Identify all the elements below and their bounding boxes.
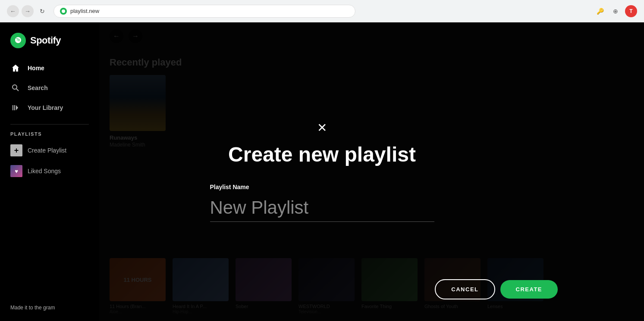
svg-rect-4 (14, 105, 15, 110)
home-icon (10, 63, 21, 73)
modal-form: Playlist Name (193, 184, 452, 222)
svg-rect-3 (13, 105, 13, 110)
search-label: Search (28, 84, 48, 91)
home-label: Home (28, 65, 44, 72)
sidebar-footer: Made it to the gram (0, 305, 99, 311)
svg-point-0 (62, 9, 65, 13)
key-icon-button[interactable]: 🔑 (594, 5, 606, 17)
modal-action-buttons: CANCEL CREATE (435, 279, 558, 299)
create-button[interactable]: CREATE (500, 280, 558, 299)
search-icon (10, 83, 21, 93)
footer-text: Made it to the gram (10, 305, 55, 311)
liked-songs-label: Liked Songs (28, 168, 61, 175)
spotify-app: Spotify Home Search Your Library (0, 22, 644, 321)
create-playlist-icon: + (10, 144, 22, 156)
sidebar-item-library[interactable]: Your Library (3, 98, 96, 117)
address-bar[interactable]: playlist.new (53, 5, 355, 18)
spotify-logo-icon (10, 33, 26, 48)
back-button[interactable]: ← (7, 5, 19, 17)
sidebar-item-create-playlist[interactable]: + Create Playlist (0, 140, 99, 161)
playlist-name-input[interactable] (210, 194, 434, 222)
sidebar-item-search[interactable]: Search (3, 78, 96, 97)
sidebar: Spotify Home Search Your Library (0, 22, 99, 321)
svg-line-2 (16, 89, 19, 91)
add-tab-button[interactable]: ⊕ (609, 5, 622, 17)
library-label: Your Library (28, 104, 63, 111)
refresh-button[interactable]: ↻ (36, 5, 48, 17)
playlist-name-label: Playlist Name (210, 184, 434, 190)
svg-point-1 (13, 85, 17, 89)
sidebar-divider (10, 124, 89, 125)
cancel-button[interactable]: CANCEL (435, 279, 495, 299)
liked-songs-icon: ♥ (10, 165, 22, 177)
main-content: ← → Recently played Runaways Madeline Sm… (99, 22, 644, 321)
modal-close-button[interactable]: ✕ (317, 122, 327, 134)
browser-chrome: ← → ↻ playlist.new 🔑 ⊕ T (0, 0, 644, 22)
sidebar-item-liked-songs[interactable]: ♥ Liked Songs (0, 161, 99, 181)
forward-button[interactable]: → (22, 5, 34, 17)
playlists-section-title: PLAYLISTS (0, 131, 99, 140)
sidebar-item-home[interactable]: Home (3, 59, 96, 78)
sidebar-navigation: Home Search Your Library (0, 59, 99, 117)
create-playlist-label: Create Playlist (28, 147, 66, 154)
create-playlist-modal: ✕ Create new playlist Playlist Name CANC… (99, 22, 644, 321)
browser-nav-buttons: ← → ↻ (7, 5, 48, 17)
sidebar-logo: Spotify (0, 33, 99, 59)
profile-avatar[interactable]: T (625, 5, 637, 17)
browser-action-buttons: 🔑 ⊕ T (594, 5, 637, 17)
favicon-icon (60, 8, 67, 15)
modal-title: Create new playlist (228, 143, 416, 166)
library-icon (10, 103, 21, 113)
spotify-name-text: Spotify (30, 35, 61, 46)
url-text: playlist.new (70, 8, 99, 14)
